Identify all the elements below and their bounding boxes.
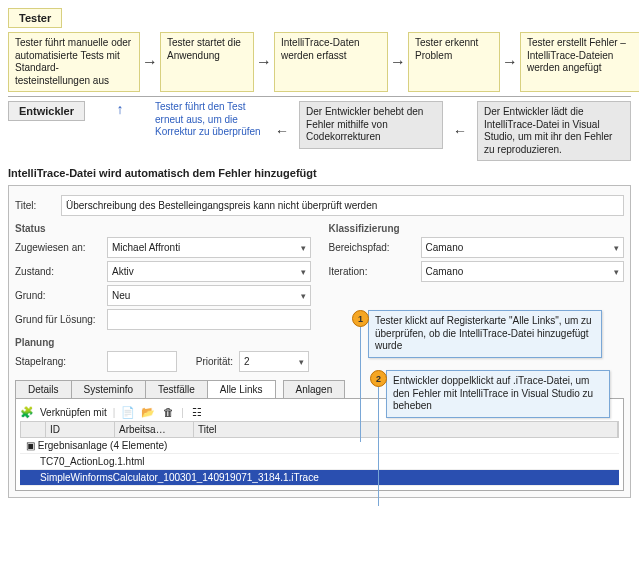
resolve-label: Grund für Lösung:: [15, 314, 101, 325]
grid-row[interactable]: TC70_ActionLog.1.html: [20, 454, 619, 470]
prio-field[interactable]: 2: [239, 351, 309, 372]
linkwith-button[interactable]: Verknüpfen mit: [40, 407, 107, 418]
grid-row-selected[interactable]: SimpleWinformsCalculator_100301_14091907…: [20, 470, 619, 486]
title-field[interactable]: Überschreibung des Bestelleingangspreis …: [61, 195, 624, 216]
tab-alllinks[interactable]: Alle Links: [207, 380, 276, 398]
delete-icon[interactable]: 🗑: [161, 405, 175, 419]
badge-1: 1: [352, 310, 369, 327]
grid-header: ID Arbeitsa… Titel: [20, 421, 619, 438]
arrow-icon: →: [256, 32, 272, 92]
arrow-left-icon: ←: [275, 123, 289, 139]
connector-line: [378, 378, 379, 506]
stack-label: Stapelrang:: [15, 356, 101, 367]
reason-label: Grund:: [15, 290, 101, 301]
tab-details[interactable]: Details: [15, 380, 72, 398]
assigned-field[interactable]: Michael Affronti: [107, 237, 311, 258]
flow-step-1: Tester führt manuelle oder automatisiert…: [8, 32, 140, 92]
arrow-icon: →: [142, 32, 158, 92]
flow-step-5: Tester erstellt Fehler – IntelliTrace-Da…: [520, 32, 639, 92]
state-label: Zustand:: [15, 266, 101, 277]
arrow-left-icon: ←: [453, 123, 467, 139]
tab-attachments[interactable]: Anlagen: [283, 380, 346, 398]
developer-role: Entwickler: [8, 101, 85, 121]
new-icon[interactable]: 📄: [121, 405, 135, 419]
assigned-label: Zugewiesen an:: [15, 242, 101, 253]
link-icon: 🧩: [20, 405, 34, 419]
stack-field[interactable]: [107, 351, 177, 372]
reason-field[interactable]: Neu: [107, 285, 311, 306]
flow-note: Tester führt den Test erneut aus, um die…: [155, 101, 265, 139]
callout-1: Tester klickt auf Registerkarte "Alle Li…: [368, 310, 602, 358]
dev-step-load: Der Entwickler lädt die IntelliTrace-Dat…: [477, 101, 631, 161]
arrow-icon: →: [390, 32, 406, 92]
iter-field[interactable]: Camano: [421, 261, 625, 282]
columns-icon[interactable]: ☷: [190, 405, 204, 419]
grid-group[interactable]: ▣ Ergebnisanlage (4 Elemente): [20, 438, 619, 454]
state-field[interactable]: Aktiv: [107, 261, 311, 282]
flow-step-4: Tester erkennt Problem: [408, 32, 500, 92]
badge-2: 2: [370, 370, 387, 387]
area-field[interactable]: Camano: [421, 237, 625, 258]
arrow-icon: →: [502, 32, 518, 92]
class-section: Klassifizierung: [329, 223, 625, 234]
arrow-up-icon: ↑: [95, 101, 145, 117]
status-section: Status: [15, 223, 311, 234]
callout-2: Entwickler doppelklickt auf .iTrace-Date…: [386, 370, 610, 418]
iter-label: Iteration:: [329, 266, 415, 277]
page-title: IntelliTrace-Datei wird automatisch dem …: [8, 167, 631, 179]
open-icon[interactable]: 📂: [141, 405, 155, 419]
tester-role: Tester: [8, 8, 62, 28]
resolve-field[interactable]: [107, 309, 311, 330]
flow-step-2: Tester startet die Anwendung: [160, 32, 254, 92]
connector-line: [360, 318, 361, 442]
title-label: Titel:: [15, 200, 55, 211]
prio-label: Priorität:: [183, 356, 233, 367]
dev-step-fix: Der Entwickler behebt den Fehler mithilf…: [299, 101, 443, 149]
flow-step-3: IntelliTrace-Daten werden erfasst: [274, 32, 388, 92]
tab-testcases[interactable]: Testfälle: [145, 380, 208, 398]
tab-sysinfo[interactable]: Systeminfo: [71, 380, 146, 398]
area-label: Bereichspfad:: [329, 242, 415, 253]
